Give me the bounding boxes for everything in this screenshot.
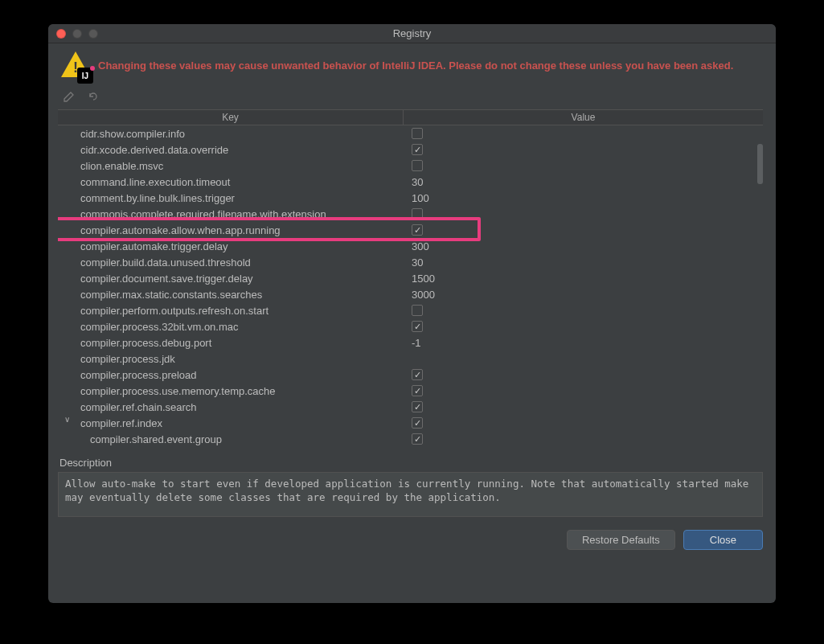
registry-key: cidr.xcode.derived.data.override [58,144,404,156]
revert-button[interactable] [85,88,101,105]
registry-dialog: Registry ! IJ Changing these values may … [48,24,776,603]
table-row[interactable]: commonjs.complete.required.filename.with… [58,206,763,222]
table-row[interactable]: compiler.process.jdk [58,351,763,367]
registry-value[interactable] [404,321,763,332]
close-window-button[interactable] [56,29,66,39]
toolbar [48,84,776,109]
table-row[interactable]: compiler.document.save.trigger.delay1500 [58,270,763,286]
table-row[interactable]: compiler.perform.outputs.refresh.on.star… [58,302,763,318]
registry-key: compiler.process.32bit.vm.on.mac [58,321,404,333]
expand-caret-icon[interactable]: ∨ [64,415,70,424]
registry-key: compiler.max.static.constants.searches [58,289,404,301]
checkbox[interactable] [412,385,423,396]
registry-key: compiler.ref.index [58,417,404,429]
close-button[interactable]: Close [683,530,763,550]
table-header: Key Value [58,110,763,125]
scrollbar[interactable] [757,129,763,451]
table-row[interactable]: comment.by.line.bulk.lines.trigger100 [58,190,763,206]
registry-key: compiler.automake.allow.when.app.running [58,224,404,236]
table-row[interactable]: compiler.shared.event.group [58,431,763,447]
registry-value[interactable]: 300 [404,240,763,252]
registry-key: commonjs.complete.required.filename.with… [58,208,404,220]
window-controls [56,29,98,39]
table-row[interactable]: compiler.ref.chain.search [58,399,763,415]
registry-value[interactable] [404,433,763,445]
registry-key: command.line.execution.timeout [58,176,404,188]
value-text: 1500 [412,273,435,285]
registry-key: compiler.build.data.unused.threshold [58,256,404,269]
registry-value[interactable] [404,369,763,380]
registry-value[interactable] [404,208,763,219]
checkbox[interactable] [412,369,423,380]
table-row[interactable]: compiler.process.32bit.vm.on.mac [58,318,763,334]
description-section: Description Allow auto-make to start eve… [58,453,763,517]
registry-value[interactable]: 30 [404,256,763,269]
registry-value[interactable] [404,144,763,155]
table-row[interactable]: compiler.ref.index [58,415,763,431]
table-row[interactable]: clion.enable.msvc [58,158,763,174]
titlebar: Registry [48,24,776,43]
checkbox[interactable] [412,433,423,445]
table-row[interactable]: cidr.xcode.derived.data.override [58,142,763,158]
checkbox[interactable] [412,417,423,429]
checkbox[interactable] [412,224,423,236]
dialog-buttons: Restore Defaults Close [48,517,776,563]
description-label: Description [58,453,763,472]
registry-value[interactable] [404,417,763,429]
value-text: 3000 [412,289,435,301]
registry-key: compiler.process.use.memory.temp.cache [58,385,404,397]
table-row[interactable]: compiler.automake.trigger.delay300 [58,238,763,254]
table-row[interactable]: compiler.process.debug.port-1 [58,334,763,351]
value-text: 100 [412,192,429,204]
table-row[interactable]: compiler.process.preload [58,367,763,383]
registry-value[interactable]: -1 [404,337,763,349]
table-body[interactable]: cidr.show.compiler.infocidr.xcode.derive… [58,125,763,447]
registry-value[interactable]: 30 [404,176,763,188]
column-header-key[interactable]: Key [58,110,404,125]
registry-key: compiler.process.jdk [58,353,404,365]
value-text: 300 [412,240,429,252]
registry-value[interactable]: 100 [404,192,763,204]
checkbox[interactable] [412,401,423,412]
scrollbar-thumb[interactable] [757,144,763,184]
registry-key: compiler.process.preload [58,369,404,381]
registry-key: cidr.show.compiler.info [58,128,404,140]
value-text: 30 [412,176,423,188]
table-row[interactable]: compiler.process.use.memory.temp.cache [58,383,763,399]
description-box: Allow auto-make to start even if develop… [58,472,763,517]
registry-value[interactable] [404,305,763,316]
warning-icon: ! IJ [61,51,90,80]
table-row[interactable]: command.line.execution.timeout30 [58,174,763,190]
registry-value[interactable] [404,401,763,412]
table-row[interactable]: compiler.automake.allow.when.app.running [58,222,763,238]
registry-value[interactable] [404,224,763,236]
window-title: Registry [393,27,432,39]
registry-value[interactable] [404,128,763,139]
registry-key: compiler.perform.outputs.refresh.on.star… [58,305,404,317]
registry-key: compiler.shared.event.group [58,433,404,445]
restore-defaults-button[interactable]: Restore Defaults [567,530,675,550]
registry-value[interactable] [404,385,763,396]
checkbox[interactable] [412,144,423,155]
checkbox[interactable] [412,321,423,332]
value-text: -1 [412,337,421,349]
table-row[interactable]: cidr.show.compiler.info [58,125,763,142]
registry-value[interactable]: 1500 [404,273,763,285]
registry-key: compiler.ref.chain.search [58,401,404,413]
registry-key: compiler.process.debug.port [58,337,404,349]
checkbox[interactable] [412,160,423,171]
registry-value[interactable]: 3000 [404,289,763,301]
checkbox[interactable] [412,128,423,139]
registry-key: comment.by.line.bulk.lines.trigger [58,192,404,204]
checkbox[interactable] [412,208,423,219]
maximize-window-button[interactable] [88,29,98,39]
minimize-window-button[interactable] [72,29,82,39]
value-text: 30 [412,256,423,269]
registry-key: compiler.document.save.trigger.delay [58,273,404,285]
checkbox[interactable] [412,305,423,316]
edit-button[interactable] [61,88,77,105]
column-header-value[interactable]: Value [404,110,763,125]
table-row[interactable]: compiler.max.static.constants.searches30… [58,286,763,302]
registry-value[interactable] [404,160,763,171]
table-row[interactable]: compiler.build.data.unused.threshold30 [58,254,763,270]
